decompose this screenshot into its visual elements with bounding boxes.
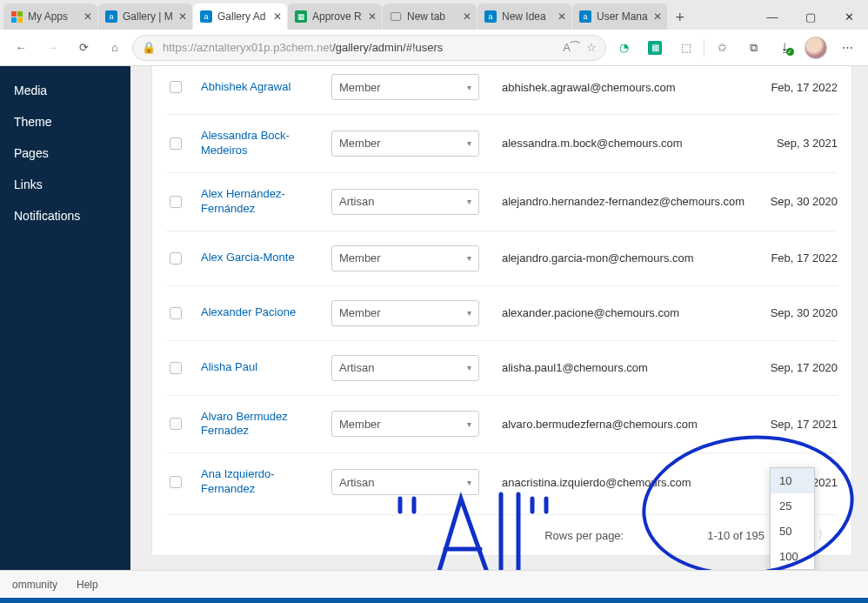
footer-accent-strip (0, 598, 868, 603)
forward-button[interactable]: → (38, 34, 66, 62)
window-controls: — ▢ ✕ (753, 3, 868, 30)
maximize-button[interactable]: ▢ (791, 3, 830, 30)
extensions-icon[interactable]: ⬚ (672, 34, 700, 62)
browser-chrome: My Apps ✕a Gallery | M ✕a Gallery Ad ✕▦ … (0, 0, 868, 66)
row-checkbox[interactable] (170, 362, 182, 374)
close-window-button[interactable]: ✕ (830, 3, 868, 30)
tab-close-icon[interactable]: ✕ (178, 10, 187, 23)
chevron-down-icon: ▾ (467, 138, 471, 148)
user-email: alejandro.hernandez-fernandez@chemours.c… (479, 195, 751, 208)
user-date: Sep, 30 2020 (751, 195, 838, 208)
browser-tab[interactable]: My Apps ✕ (3, 3, 97, 30)
profile-avatar[interactable] (802, 34, 830, 62)
pagination-range: 1-10 of 195 (707, 529, 765, 542)
rows-per-page-option[interactable]: 100 (771, 544, 814, 569)
user-email: alisha.paul1@chemours.com (479, 361, 751, 374)
browser-tab[interactable]: a Gallery Ad ✕ (193, 3, 287, 30)
browser-tab[interactable]: a New Idea ✕ (477, 3, 571, 30)
minimize-button[interactable]: — (753, 3, 791, 30)
user-date: Sep, 3 2021 (751, 137, 838, 150)
role-value: Member (339, 137, 381, 150)
row-checkbox[interactable] (170, 137, 182, 150)
tab-close-icon[interactable]: ✕ (83, 10, 92, 23)
role-select[interactable]: Artisan ▾ (331, 189, 479, 215)
home-button[interactable]: ⌂ (101, 34, 129, 62)
user-name-link[interactable]: Alvaro Bermudez Fernadez (201, 410, 331, 439)
browser-toolbar: ← → ⟳ ⌂ 🔒 https://azntalteryx01p.p3chem.… (0, 30, 868, 66)
tab-close-icon[interactable]: ✕ (273, 10, 282, 23)
role-select[interactable]: Artisan ▾ (331, 355, 479, 381)
favorites-icon[interactable]: ✩ (708, 34, 736, 62)
user-name-link[interactable]: Abhishek Agrawal (201, 80, 331, 95)
row-checkbox[interactable] (170, 196, 182, 208)
chevron-down-icon: ▾ (467, 363, 471, 372)
extension-icon-1[interactable]: ◔ (610, 34, 638, 62)
rows-per-page-option[interactable]: 10 (771, 468, 814, 493)
user-name-link[interactable]: Alisha Paul (201, 360, 331, 375)
tab-close-icon[interactable]: ✕ (368, 10, 377, 23)
tab-favicon-icon (10, 10, 23, 23)
tab-favicon-icon: a (579, 10, 591, 23)
tab-title: New tab (407, 10, 457, 23)
refresh-button[interactable]: ⟳ (70, 34, 97, 62)
tab-title: Gallery Ad (217, 10, 268, 23)
role-select[interactable]: Member ▾ (331, 74, 479, 100)
row-checkbox[interactable] (170, 252, 182, 265)
browser-menu-icon[interactable]: ⋯ (833, 34, 861, 62)
tab-close-icon[interactable]: ✕ (463, 10, 471, 23)
rows-per-page-option[interactable]: 25 (771, 493, 814, 519)
next-page-button[interactable]: 〉 (814, 527, 832, 543)
collections-icon[interactable]: ⧉ (739, 34, 767, 62)
role-select[interactable]: Member ▾ (331, 411, 479, 437)
row-checkbox[interactable] (170, 81, 182, 93)
sidebar-item-links[interactable]: Links (0, 169, 130, 200)
user-name-link[interactable]: Ana Izquierdo-Fernandez (201, 467, 331, 497)
tab-close-icon[interactable]: ✕ (558, 10, 566, 23)
role-select[interactable]: Member ▾ (331, 300, 479, 326)
role-value: Member (339, 418, 381, 431)
user-name-link[interactable]: Alex Garcia-Monte (201, 251, 331, 265)
table-row: Alex Garcia-Monte Member ▾ alejandro.gar… (166, 231, 838, 286)
downloads-icon[interactable]: ⭳✓ (771, 34, 798, 62)
user-date: Sep, 17 2020 (751, 361, 838, 374)
extension-icon-2[interactable]: ▦ (641, 34, 669, 62)
role-select[interactable]: Member ▾ (331, 245, 479, 271)
reader-icon[interactable]: A⁀ (563, 41, 579, 54)
browser-tab[interactable]: a Gallery | M ✕ (98, 3, 192, 30)
footer-community-link[interactable]: ommunity (12, 579, 57, 591)
page-body: MediaThemePagesLinksNotifications Abhish… (0, 66, 868, 570)
browser-tab[interactable]: ▦ Approve R ✕ (288, 3, 382, 30)
new-tab-button[interactable]: + (668, 5, 692, 30)
user-date: Feb, 17 2022 (751, 81, 838, 94)
browser-tab[interactable]: a User Mana ✕ (572, 3, 667, 30)
lock-icon: 🔒 (142, 41, 156, 54)
footer-help-link[interactable]: Help (77, 579, 98, 591)
back-button[interactable]: ← (7, 34, 35, 62)
browser-tab[interactable]: New tab ✕ (383, 3, 477, 30)
row-checkbox[interactable] (170, 307, 182, 319)
user-name-link[interactable]: Alexander Pacione (201, 305, 331, 320)
tab-title: My Apps (28, 10, 78, 23)
sidebar-item-pages[interactable]: Pages (0, 137, 130, 169)
role-select[interactable]: Artisan ▾ (331, 469, 479, 495)
rows-per-page-dropdown[interactable]: 102550100 (770, 467, 815, 570)
favorite-icon[interactable]: ☆ (586, 41, 597, 54)
address-bar[interactable]: 🔒 https://azntalteryx01p.p3chem.net/gall… (132, 35, 606, 61)
user-email: anacristina.izquierdo@chemours.com (479, 476, 751, 489)
user-date: Sep, 17 2021 (751, 418, 838, 431)
row-checkbox[interactable] (170, 476, 182, 488)
table-row: Abhishek Agrawal Member ▾ abhishek.agraw… (166, 66, 838, 115)
rows-per-page-option[interactable]: 50 (771, 519, 814, 544)
user-name-link[interactable]: Alex Hernández-Fernández (201, 187, 331, 217)
user-name-link[interactable]: Alessandra Bock-Medeiros (201, 129, 331, 158)
sidebar-item-theme[interactable]: Theme (0, 106, 130, 137)
tabs-bar: My Apps ✕a Gallery | M ✕a Gallery Ad ✕▦ … (0, 0, 868, 30)
tab-title: Gallery | M (123, 10, 173, 23)
sidebar-item-notifications[interactable]: Notifications (0, 200, 130, 231)
tab-close-icon[interactable]: ✕ (653, 10, 662, 23)
tab-title: User Mana (597, 10, 648, 23)
role-select[interactable]: Member ▾ (331, 131, 479, 157)
row-checkbox[interactable] (170, 418, 182, 430)
sidebar-item-media[interactable]: Media (0, 75, 130, 106)
role-value: Artisan (339, 361, 374, 374)
